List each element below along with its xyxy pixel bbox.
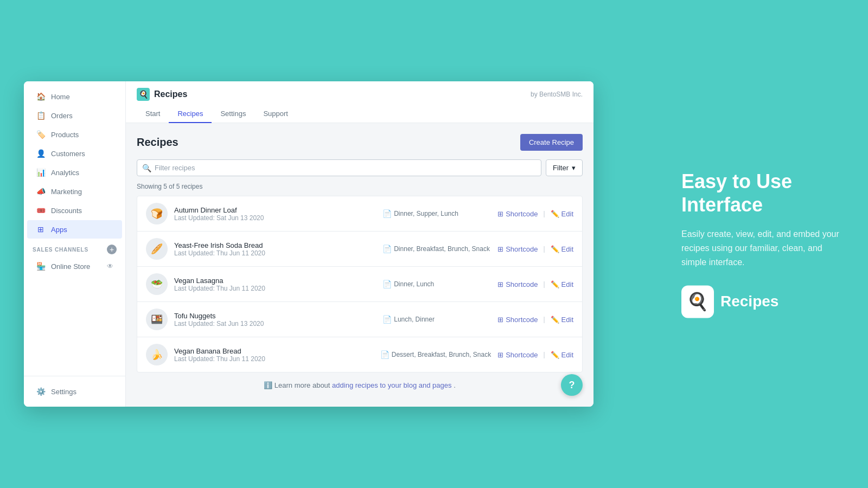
shortcode-button[interactable]: ⊞ Shortcode bbox=[497, 210, 538, 218]
recipe-tags-text: Dessert, Breakfast, Brunch, Snack bbox=[392, 351, 491, 358]
app-title-text: Recipes bbox=[154, 89, 187, 99]
tab-recipes[interactable]: Recipes bbox=[169, 105, 212, 123]
promo-title: Easy to Use Interface bbox=[681, 170, 844, 216]
recipe-actions: ⊞ Shortcode | ✏️ Edit bbox=[497, 316, 573, 324]
content-area: Recipes Create Recipe 🔍 Filter ▾ Showing… bbox=[126, 123, 593, 407]
recipe-actions: ⊞ Shortcode | ✏️ Edit bbox=[497, 280, 573, 288]
recipe-actions: ⊞ Shortcode | ✏️ Edit bbox=[497, 245, 573, 253]
recipe-info: Yeast-Free Irish Soda Bread Last Updated… bbox=[174, 241, 376, 257]
main-content: 🍳 Recipes by BentoSMB Inc. Start Recipes… bbox=[126, 81, 593, 407]
recipe-info: Vegan Lasagna Last Updated: Thu Jun 11 2… bbox=[174, 277, 376, 292]
promo-panel: Easy to Use Interface Easily create, vie… bbox=[681, 170, 844, 318]
promo-logo-text: Recipes bbox=[720, 293, 778, 311]
app-header-top: 🍳 Recipes by BentoSMB Inc. bbox=[137, 81, 583, 101]
footer-link[interactable]: adding recipes to your blog and pages bbox=[332, 381, 451, 389]
sidebar-item-label: Apps bbox=[51, 226, 67, 234]
sidebar-item-discounts[interactable]: 🎟️ Discounts bbox=[27, 201, 122, 220]
app-title-icon: 🍳 bbox=[137, 88, 150, 101]
action-divider: | bbox=[543, 245, 545, 253]
sidebar-item-orders[interactable]: 📋 Orders bbox=[27, 106, 122, 125]
promo-logo: 🍳 Recipes bbox=[681, 286, 844, 318]
sidebar-item-label: Products bbox=[51, 131, 79, 139]
action-divider: | bbox=[543, 210, 545, 217]
recipe-updated: Last Updated: Thu Jun 11 2020 bbox=[174, 355, 374, 363]
recipes-header: Recipes Create Recipe bbox=[137, 134, 583, 151]
recipe-tags: 📄 Dinner, Supper, Lunch bbox=[382, 209, 491, 218]
recipe-info: Autumn Dinner Loaf Last Updated: Sat Jun… bbox=[174, 206, 376, 222]
shortcode-button[interactable]: ⊞ Shortcode bbox=[497, 351, 538, 359]
recipes-title: Recipes bbox=[137, 136, 178, 149]
sidebar-item-products[interactable]: 🏷️ Products bbox=[27, 125, 122, 144]
recipe-avatar: 🍌 bbox=[146, 344, 168, 365]
store-icon: 🏪 bbox=[36, 261, 46, 271]
recipe-avatar: 🥗 bbox=[146, 273, 168, 295]
sidebar-item-label: Discounts bbox=[51, 207, 82, 215]
edit-button[interactable]: ✏️ Edit bbox=[551, 245, 573, 253]
home-icon: 🏠 bbox=[36, 92, 46, 101]
recipe-name: Yeast-Free Irish Soda Bread bbox=[174, 241, 376, 249]
edit-button[interactable]: ✏️ Edit bbox=[551, 351, 573, 359]
action-divider: | bbox=[543, 351, 545, 358]
recipe-updated: Last Updated: Thu Jun 11 2020 bbox=[174, 249, 376, 257]
recipe-name: Vegan Banana Bread bbox=[174, 347, 374, 355]
sidebar-item-label: Analytics bbox=[51, 169, 79, 177]
shortcode-button[interactable]: ⊞ Shortcode bbox=[497, 280, 538, 288]
edit-button[interactable]: ✏️ Edit bbox=[551, 316, 573, 324]
search-wrapper: 🔍 bbox=[137, 159, 541, 176]
recipe-avatar: 🥖 bbox=[146, 238, 168, 260]
filter-chevron-icon: ▾ bbox=[572, 164, 576, 172]
tab-start[interactable]: Start bbox=[137, 105, 169, 123]
filter-label: Filter bbox=[553, 164, 569, 172]
action-divider: | bbox=[543, 280, 545, 288]
sidebar-item-online-store[interactable]: 🏪 Online Store 👁 bbox=[27, 257, 122, 275]
tags-icon: 📄 bbox=[382, 245, 392, 253]
settings-icon: ⚙️ bbox=[36, 387, 46, 396]
sidebar: 🏠 Home 📋 Orders 🏷️ Products 👤 Customers … bbox=[24, 81, 126, 407]
recipe-actions: ⊞ Shortcode | ✏️ Edit bbox=[497, 210, 573, 218]
recipe-list: 🍞 Autumn Dinner Loaf Last Updated: Sat J… bbox=[137, 196, 583, 373]
help-button[interactable]: ? bbox=[561, 374, 583, 396]
tab-settings[interactable]: Settings bbox=[212, 105, 254, 123]
sidebar-item-customers[interactable]: 👤 Customers bbox=[27, 144, 122, 163]
sidebar-item-settings[interactable]: ⚙️ Settings bbox=[27, 382, 122, 401]
recipe-item: 🍞 Autumn Dinner Loaf Last Updated: Sat J… bbox=[137, 196, 582, 232]
shortcode-icon: ⊞ bbox=[497, 316, 503, 324]
sidebar-item-label: Home bbox=[51, 93, 70, 101]
edit-icon: ✏️ bbox=[551, 316, 559, 324]
sidebar-item-home[interactable]: 🏠 Home bbox=[27, 87, 122, 106]
tags-icon: 📄 bbox=[382, 315, 392, 324]
recipe-updated: Last Updated: Sat Jun 13 2020 bbox=[174, 214, 376, 222]
tabs: Start Recipes Settings Support bbox=[137, 105, 583, 123]
recipe-info: Tofu Nuggets Last Updated: Sat Jun 13 20… bbox=[174, 312, 376, 328]
sidebar-item-label: Orders bbox=[51, 112, 73, 120]
recipe-name: Autumn Dinner Loaf bbox=[174, 206, 376, 214]
online-store-eye-icon: 👁 bbox=[107, 262, 113, 270]
edit-button[interactable]: ✏️ Edit bbox=[551, 210, 573, 218]
customers-icon: 👤 bbox=[36, 149, 46, 158]
sidebar-bottom: ⚙️ Settings bbox=[24, 376, 125, 407]
sidebar-item-apps[interactable]: ⊞ Apps bbox=[27, 220, 122, 239]
info-icon: ℹ️ bbox=[264, 381, 272, 389]
shortcode-button[interactable]: ⊞ Shortcode bbox=[497, 316, 538, 324]
edit-button[interactable]: ✏️ Edit bbox=[551, 280, 573, 288]
tags-icon: 📄 bbox=[382, 280, 392, 288]
recipe-name: Tofu Nuggets bbox=[174, 312, 376, 320]
tab-support[interactable]: Support bbox=[254, 105, 297, 123]
search-input[interactable] bbox=[137, 159, 541, 176]
shortcode-button[interactable]: ⊞ Shortcode bbox=[497, 245, 538, 253]
sidebar-item-analytics[interactable]: 📊 Analytics bbox=[27, 163, 122, 182]
showing-text: Showing 5 of 5 recipes bbox=[137, 183, 583, 190]
filter-button[interactable]: Filter ▾ bbox=[546, 159, 583, 176]
shortcode-icon: ⊞ bbox=[497, 351, 503, 359]
recipe-tags-text: Lunch, Dinner bbox=[394, 316, 435, 323]
promo-logo-icon: 🍳 bbox=[681, 286, 714, 318]
recipe-tags-text: Dinner, Breakfast, Brunch, Snack bbox=[394, 245, 490, 253]
products-icon: 🏷️ bbox=[36, 130, 46, 139]
sidebar-settings-label: Settings bbox=[51, 388, 76, 396]
sidebar-item-marketing[interactable]: 📣 Marketing bbox=[27, 182, 122, 201]
recipe-tags-text: Dinner, Lunch bbox=[394, 280, 434, 288]
create-recipe-button[interactable]: Create Recipe bbox=[520, 134, 583, 151]
add-sales-channel-button[interactable]: + bbox=[107, 245, 117, 254]
recipe-name: Vegan Lasagna bbox=[174, 277, 376, 285]
by-label: by BentoSMB Inc. bbox=[531, 91, 583, 98]
